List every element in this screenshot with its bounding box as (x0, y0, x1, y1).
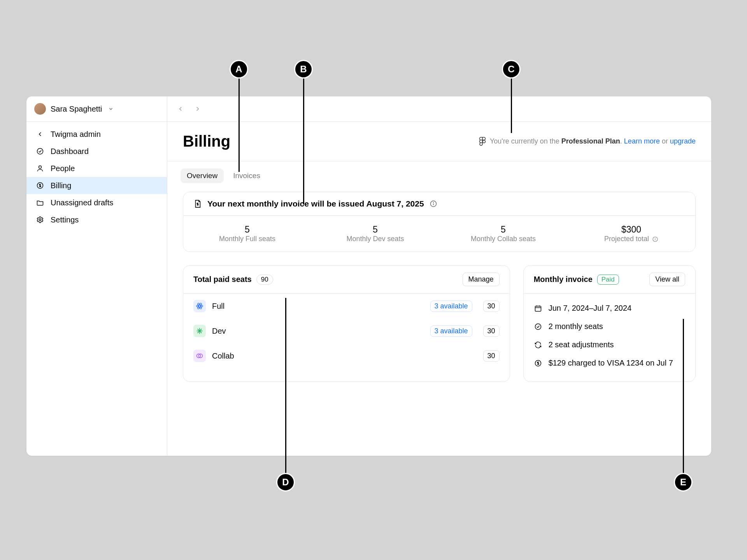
callout-c: C (502, 60, 521, 79)
next-invoice-banner: Your next monthly invoice will be issued… (183, 192, 696, 252)
sidebar-item-drafts[interactable]: Unassigned drafts (26, 194, 167, 211)
callout-a: A (230, 60, 248, 79)
invoice-charge: $129 charged to VISA 1234 on Jul 7 (549, 359, 673, 368)
invoice-seats: 2 monthly seats (549, 322, 603, 331)
monthly-invoice-card: Monthly invoice Paid View all Jun 7, 202… (523, 265, 696, 382)
page-title: Billing (183, 133, 230, 150)
learn-more-link[interactable]: Learn more (624, 137, 660, 145)
content: Your next monthly invoice will be issued… (167, 192, 711, 382)
avatar (34, 103, 46, 115)
invoice-date: Jun 7, 2024–Jul 7, 2024 (549, 304, 632, 313)
card-head: Monthly invoice Paid View all (524, 266, 695, 294)
seat-name: Full (212, 302, 224, 311)
invoice-date-line: Jun 7, 2024–Jul 7, 2024 (534, 299, 685, 317)
nav-back-button[interactable] (176, 104, 185, 114)
calendar-icon (534, 304, 542, 313)
gear-icon (36, 215, 44, 224)
sidebar-item-billing[interactable]: Billing (26, 177, 167, 194)
seat-row-dev: Dev 3 available 30 (183, 318, 510, 343)
stat-collab-seats: 5 Monthly Collab seats (439, 216, 567, 252)
main: Billing You're currently on the Professi… (167, 96, 711, 456)
card-title: Total paid seats (193, 275, 252, 284)
invoice-adjust: 2 seat adjustments (549, 340, 614, 349)
stat-full-seats: 5 Monthly Full seats (183, 216, 311, 252)
sidebar-item-label: Dashboard (51, 147, 89, 156)
person-icon (36, 164, 44, 173)
paid-badge: Paid (597, 275, 619, 285)
svg-point-7 (433, 202, 433, 203)
seat-row-count: 30 (483, 301, 500, 312)
collab-seat-icon (193, 350, 206, 362)
header: Billing You're currently on the Professi… (167, 122, 711, 161)
user-menu[interactable]: Sara Spaghetti (26, 96, 167, 122)
info-icon[interactable] (430, 200, 437, 208)
check-circle-icon (36, 147, 44, 156)
nav-forward-button[interactable] (193, 104, 202, 114)
sidebar-item-label: People (51, 164, 75, 173)
card-title: Monthly invoice (534, 275, 593, 284)
available-badge: 3 available (430, 301, 472, 312)
svg-point-11 (199, 305, 201, 307)
banner-stats: 5 Monthly Full seats 5 Monthly Dev seats… (183, 216, 695, 252)
sidebar-back[interactable]: Twigma admin (26, 126, 167, 143)
sidebar-item-label: Unassigned drafts (51, 198, 113, 207)
callout-line (303, 79, 304, 205)
callout-d: D (276, 473, 295, 492)
svg-point-3 (39, 219, 41, 221)
dev-seat-icon (193, 325, 206, 337)
plan-message: You're currently on the Professional Pla… (479, 137, 696, 146)
invoice-doc-icon (193, 200, 202, 208)
callout-b: B (294, 60, 313, 79)
topbar (167, 96, 711, 122)
callout-e: E (674, 473, 693, 492)
sidebar-item-people[interactable]: People (26, 160, 167, 177)
view-all-button[interactable]: View all (649, 273, 685, 286)
refresh-icon (534, 341, 542, 349)
seat-row-collab: Collab 30 (183, 343, 510, 368)
app-window: Sara Spaghetti Twigma admin Dashboard (26, 96, 711, 456)
invoice-adjust-line: 2 seat adjustments (534, 336, 685, 354)
svg-point-4 (482, 140, 485, 143)
sidebar-item-label: Billing (51, 181, 71, 190)
plan-text: You're currently on the Professional Pla… (490, 137, 696, 145)
tab-invoices[interactable]: Invoices (227, 168, 267, 183)
info-icon[interactable] (652, 236, 658, 242)
sidebar-item-dashboard[interactable]: Dashboard (26, 143, 167, 160)
callout-line (511, 79, 512, 133)
banner-text: Your next monthly invoice will be issued… (207, 199, 424, 208)
card-head: Total paid seats 90 Manage (183, 266, 510, 294)
tabs: Overview Invoices (167, 161, 711, 192)
folder-icon (36, 198, 44, 207)
sidebar: Sara Spaghetti Twigma admin Dashboard (26, 96, 167, 456)
svg-point-25 (535, 324, 541, 329)
sidebar-item-settings[interactable]: Settings (26, 211, 167, 228)
chevron-left-icon (36, 130, 44, 138)
upgrade-link[interactable]: upgrade (670, 137, 696, 145)
seat-name: Collab (212, 352, 234, 360)
sidebar-item-label: Settings (51, 215, 79, 224)
row-cards: Total paid seats 90 Manage Full 3 availa… (183, 265, 696, 382)
callout-line (238, 79, 240, 172)
stat-dev-seats: 5 Monthly Dev seats (311, 216, 439, 252)
svg-point-0 (37, 149, 43, 154)
check-circle-icon (534, 322, 542, 331)
invoice-seats-line: 2 monthly seats (534, 317, 685, 336)
dollar-circle-icon (36, 181, 44, 190)
user-name: Sara Spaghetti (51, 105, 102, 114)
seat-row-full: Full 3 available 30 (183, 294, 510, 318)
callout-line (285, 298, 286, 474)
invoice-charge-line: $129 charged to VISA 1234 on Jul 7 (534, 354, 685, 372)
seat-name: Dev (212, 327, 226, 336)
svg-point-1 (39, 166, 42, 168)
seat-row-count: 30 (483, 326, 500, 337)
total-paid-seats-card: Total paid seats 90 Manage Full 3 availa… (183, 265, 510, 382)
figma-icon (479, 137, 486, 146)
seat-row-count: 30 (483, 350, 500, 362)
dollar-circle-icon (534, 359, 542, 368)
banner-head: Your next monthly invoice will be issued… (183, 192, 695, 216)
seat-count-badge: 90 (256, 275, 273, 285)
manage-button[interactable]: Manage (463, 273, 500, 286)
nav: Twigma admin Dashboard People Billing (26, 122, 167, 228)
tab-overview[interactable]: Overview (181, 168, 224, 183)
sidebar-back-label: Twigma admin (51, 130, 101, 139)
